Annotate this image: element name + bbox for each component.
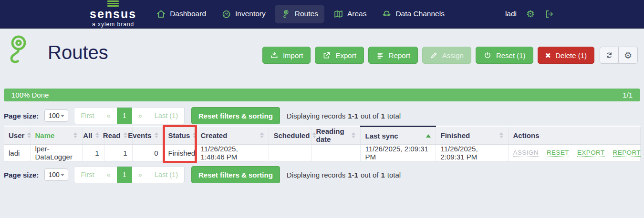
pager-first[interactable]: First [74,167,100,183]
pager-page-1[interactable]: 1 [117,167,132,183]
column-header-all[interactable]: All [82,127,104,145]
column-header-name[interactable]: Name [30,127,82,145]
page-size-select[interactable]: 100 [44,168,68,181]
pager-next[interactable]: » [132,167,148,183]
cell-actions: ASSIGN RESET EXPORT REPORT ✖ [508,145,640,161]
page-size-select[interactable]: 100 [44,109,68,122]
delete-button[interactable]: ✖ Delete (1) [538,47,594,64]
row-action-reset[interactable]: RESET [547,149,569,157]
column-label: All [83,131,92,139]
power-icon [483,51,492,59]
sort-icon [260,132,264,138]
sort-asc-icon [426,134,431,138]
toolbar: Import Export Report Assign Reset (1) ✖ … [262,47,638,64]
column-header-finished[interactable]: Finished [436,127,508,145]
reset-button[interactable]: Reset (1) [476,47,533,64]
records-total: 1 [381,112,384,120]
records-suffix: total [387,171,401,179]
table-header-row: User Name All Read Events Status Created… [4,127,640,145]
column-label: User [9,131,24,139]
import-button[interactable]: Import [262,47,311,64]
import-icon [270,51,279,59]
pager-last[interactable]: Last (1) [148,108,184,124]
column-header-scheduled[interactable]: Scheduled [269,127,311,145]
pager-next[interactable]: » [132,108,148,124]
row-action-report[interactable]: REPORT [613,149,641,157]
row-action-assign[interactable]: ASSIGN [513,149,539,157]
nav-item-routes[interactable]: Routes [275,5,324,23]
column-header-created[interactable]: Created [196,127,269,145]
refresh-button[interactable] [600,47,619,64]
row-action-export[interactable]: EXPORT [577,149,605,157]
chevron-down-icon [61,174,64,176]
nav-item-dashboard[interactable]: Dashboard [150,5,212,23]
pagination-top: Page size: 100 First « 1 » Last (1) Rese… [4,107,640,125]
column-header-reading-date[interactable]: Reading date [311,127,360,145]
nav-item-label: Data Channels [395,10,445,18]
nav-item-areas[interactable]: Areas [327,5,373,23]
records-prefix: Displaying records [287,171,345,179]
import-label: Import [283,51,303,59]
export-button[interactable]: Export [315,47,364,64]
nav-item-inventory[interactable]: Inventory [215,5,272,23]
pager-first[interactable]: First [74,108,100,124]
report-icon [376,51,384,59]
records-total: 1 [381,171,384,179]
cell-user: ladi [4,145,30,161]
nav-item-data-channels[interactable]: Data Channels [375,5,451,23]
top-navigation-bar: sensus a xylem brand Dashboard Inventory… [0,0,644,29]
records-range: 1-1 [348,112,358,120]
pager-prev[interactable]: « [101,108,117,124]
assign-button[interactable]: Assign [422,47,471,64]
reset-label: Reset (1) [496,51,526,59]
column-header-status[interactable]: Status [163,127,196,145]
logout-icon[interactable] [544,9,554,19]
table-row[interactable]: ladi lper-DataLogger 1 1 0 Finished 11/2… [4,145,640,161]
records-prefix: Displaying records [287,112,345,120]
column-label: Read [103,131,121,139]
report-button[interactable]: Report [368,47,418,64]
sort-icon [73,132,77,138]
sort-icon [124,132,127,138]
column-label: Last sync [365,132,398,140]
column-label: Scheduled [274,131,310,139]
brand-name: sensus [90,8,136,20]
column-label: Events [128,131,151,139]
cell-status: Finished [163,145,196,161]
column-label: Created [201,131,228,139]
pager-last[interactable]: Last (1) [148,167,184,183]
column-header-last-sync[interactable]: Last sync [360,127,436,145]
settings-gear-icon[interactable]: ⚙ [526,9,535,19]
route-pin-icon [281,9,291,19]
pager-page-1[interactable]: 1 [117,108,132,124]
progress-done-label: 100% Done [11,91,49,99]
data-channels-icon [382,9,392,19]
page-title: Routes [48,42,108,63]
reset-filters-button[interactable]: Reset filters & sorting [191,107,280,124]
toolbar-icon-group: ⚙ [600,47,638,64]
sensus-logo: sensus a xylem brand [90,0,136,27]
pager-group: First « 1 » Last (1) [74,166,185,183]
reset-filters-button[interactable]: Reset filters & sorting [191,166,280,183]
sort-icon [95,132,99,138]
nav-user-area: ladi ⚙ [505,9,554,19]
progress-bar: 100% Done 1/1 [4,89,640,101]
cell-all: 1 [82,145,104,161]
refresh-icon [605,51,613,59]
grid-settings-button[interactable]: ⚙ [619,47,638,64]
sort-icon [193,132,197,138]
export-icon [322,51,331,59]
column-header-user[interactable]: User [4,127,30,145]
routes-page: Routes Import Export Report Assign Reset… [0,29,644,217]
home-icon [156,9,166,19]
chevron-down-icon [61,115,64,117]
column-header-events[interactable]: Events [132,127,163,145]
routes-table: User Name All Read Events Status Created… [4,126,641,161]
page-size-value: 100 [48,171,59,178]
gear-icon: ⚙ [624,51,632,60]
pager-prev[interactable]: « [101,167,117,183]
page-size-label: Page size: [4,171,39,179]
page-size-label: Page size: [4,112,39,120]
nav-items: Dashboard Inventory Routes Areas Data Ch… [150,5,451,23]
sort-icon [352,132,355,138]
